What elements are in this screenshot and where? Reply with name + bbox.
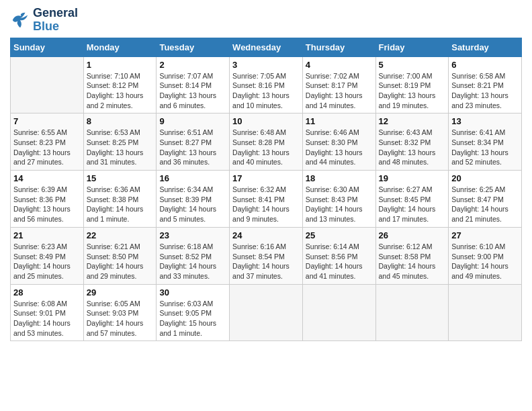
calendar-cell: 5Sunrise: 7:00 AMSunset: 8:19 PMDaylight… <box>375 56 449 113</box>
day-detail: Sunrise: 6:46 AMSunset: 8:30 PMDaylight:… <box>306 128 373 167</box>
day-detail: Sunrise: 6:36 AMSunset: 8:38 PMDaylight:… <box>87 185 154 224</box>
calendar-cell: 4Sunrise: 7:02 AMSunset: 8:17 PMDaylight… <box>302 56 375 113</box>
calendar-cell <box>449 284 522 341</box>
calendar-cell: 23Sunrise: 6:18 AMSunset: 8:52 PMDayligh… <box>157 227 230 284</box>
day-number: 4 <box>306 60 373 70</box>
calendar-cell: 17Sunrise: 6:32 AMSunset: 8:41 PMDayligh… <box>230 171 303 228</box>
day-number: 18 <box>306 173 373 183</box>
day-detail: Sunrise: 6:18 AMSunset: 8:52 PMDaylight:… <box>159 242 226 281</box>
calendar-cell: 13Sunrise: 6:41 AMSunset: 8:34 PMDayligh… <box>449 113 522 171</box>
day-detail: Sunrise: 6:12 AMSunset: 8:58 PMDaylight:… <box>379 242 446 281</box>
day-number: 16 <box>159 173 226 183</box>
page-header: General Blue <box>10 7 522 34</box>
calendar-cell: 8Sunrise: 6:53 AMSunset: 8:25 PMDaylight… <box>83 113 157 171</box>
day-number: 7 <box>13 116 81 126</box>
day-number: 21 <box>13 230 81 240</box>
day-number: 12 <box>379 116 446 126</box>
weekday-header-friday: Friday <box>375 38 449 56</box>
day-number: 13 <box>451 116 519 126</box>
weekday-header-monday: Monday <box>83 38 157 56</box>
calendar-cell: 12Sunrise: 6:43 AMSunset: 8:32 PMDayligh… <box>375 113 449 171</box>
day-number: 17 <box>232 173 300 183</box>
day-detail: Sunrise: 6:05 AMSunset: 9:03 PMDaylight:… <box>87 299 154 338</box>
calendar-cell: 25Sunrise: 6:14 AMSunset: 8:56 PMDayligh… <box>302 227 375 284</box>
calendar-cell: 26Sunrise: 6:12 AMSunset: 8:58 PMDayligh… <box>375 227 449 284</box>
day-number: 20 <box>451 173 519 183</box>
calendar-week-row: 28Sunrise: 6:08 AMSunset: 9:01 PMDayligh… <box>11 284 522 341</box>
calendar-cell: 7Sunrise: 6:55 AMSunset: 8:23 PMDaylight… <box>11 113 84 171</box>
day-detail: Sunrise: 6:08 AMSunset: 9:01 PMDaylight:… <box>13 299 81 338</box>
weekday-header-thursday: Thursday <box>302 38 375 56</box>
day-detail: Sunrise: 6:55 AMSunset: 8:23 PMDaylight:… <box>13 128 81 167</box>
weekday-header-row: SundayMondayTuesdayWednesdayThursdayFrid… <box>11 38 522 56</box>
day-detail: Sunrise: 6:34 AMSunset: 8:39 PMDaylight:… <box>159 185 226 224</box>
calendar-cell: 19Sunrise: 6:27 AMSunset: 8:45 PMDayligh… <box>375 171 449 228</box>
day-detail: Sunrise: 6:03 AMSunset: 9:05 PMDaylight:… <box>159 299 226 338</box>
day-number: 28 <box>13 287 81 298</box>
calendar-cell: 2Sunrise: 7:07 AMSunset: 8:14 PMDaylight… <box>157 56 230 113</box>
weekday-header-sunday: Sunday <box>11 38 84 56</box>
calendar-cell: 15Sunrise: 6:36 AMSunset: 8:38 PMDayligh… <box>83 171 157 228</box>
calendar-cell <box>230 284 303 341</box>
calendar-cell: 29Sunrise: 6:05 AMSunset: 9:03 PMDayligh… <box>83 284 157 341</box>
weekday-header-tuesday: Tuesday <box>157 38 230 56</box>
day-detail: Sunrise: 6:30 AMSunset: 8:43 PMDaylight:… <box>306 185 373 224</box>
day-number: 19 <box>379 173 446 183</box>
calendar-cell: 14Sunrise: 6:39 AMSunset: 8:36 PMDayligh… <box>11 171 84 228</box>
day-number: 25 <box>306 230 373 240</box>
day-detail: Sunrise: 7:00 AMSunset: 8:19 PMDaylight:… <box>379 71 446 111</box>
calendar-cell: 9Sunrise: 6:51 AMSunset: 8:27 PMDaylight… <box>157 113 230 171</box>
calendar-cell: 21Sunrise: 6:23 AMSunset: 8:49 PMDayligh… <box>11 227 84 284</box>
day-number: 3 <box>232 60 300 70</box>
day-detail: Sunrise: 7:07 AMSunset: 8:14 PMDaylight:… <box>159 71 226 111</box>
calendar-cell: 3Sunrise: 7:05 AMSunset: 8:16 PMDaylight… <box>230 56 303 113</box>
day-detail: Sunrise: 6:53 AMSunset: 8:25 PMDaylight:… <box>87 128 154 167</box>
day-number: 2 <box>159 60 226 70</box>
logo: General Blue <box>10 7 78 34</box>
day-number: 27 <box>451 230 519 240</box>
day-detail: Sunrise: 7:02 AMSunset: 8:17 PMDaylight:… <box>306 71 373 111</box>
day-number: 5 <box>379 60 446 70</box>
logo-bird-icon <box>10 10 30 30</box>
day-detail: Sunrise: 6:51 AMSunset: 8:27 PMDaylight:… <box>159 128 226 167</box>
day-number: 8 <box>87 116 154 126</box>
calendar-cell: 1Sunrise: 7:10 AMSunset: 8:12 PMDaylight… <box>83 56 157 113</box>
calendar-cell <box>11 56 84 113</box>
calendar-week-row: 14Sunrise: 6:39 AMSunset: 8:36 PMDayligh… <box>11 171 522 228</box>
day-number: 14 <box>13 173 81 183</box>
day-detail: Sunrise: 6:27 AMSunset: 8:45 PMDaylight:… <box>379 185 446 224</box>
day-detail: Sunrise: 7:05 AMSunset: 8:16 PMDaylight:… <box>232 71 300 111</box>
day-number: 9 <box>159 116 226 126</box>
calendar-cell: 18Sunrise: 6:30 AMSunset: 8:43 PMDayligh… <box>302 171 375 228</box>
calendar-cell: 10Sunrise: 6:48 AMSunset: 8:28 PMDayligh… <box>230 113 303 171</box>
day-detail: Sunrise: 6:32 AMSunset: 8:41 PMDaylight:… <box>232 185 300 224</box>
day-detail: Sunrise: 6:16 AMSunset: 8:54 PMDaylight:… <box>232 242 300 281</box>
calendar-cell: 27Sunrise: 6:10 AMSunset: 9:00 PMDayligh… <box>449 227 522 284</box>
day-number: 26 <box>379 230 446 240</box>
weekday-header-wednesday: Wednesday <box>230 38 303 56</box>
day-number: 22 <box>87 230 154 240</box>
calendar-week-row: 21Sunrise: 6:23 AMSunset: 8:49 PMDayligh… <box>11 227 522 284</box>
calendar-cell <box>375 284 449 341</box>
calendar-cell: 16Sunrise: 6:34 AMSunset: 8:39 PMDayligh… <box>157 171 230 228</box>
day-detail: Sunrise: 7:10 AMSunset: 8:12 PMDaylight:… <box>87 71 154 111</box>
day-number: 1 <box>87 60 154 70</box>
day-detail: Sunrise: 6:43 AMSunset: 8:32 PMDaylight:… <box>379 128 446 167</box>
day-detail: Sunrise: 6:58 AMSunset: 8:21 PMDaylight:… <box>451 71 519 111</box>
calendar-cell: 20Sunrise: 6:25 AMSunset: 8:47 PMDayligh… <box>449 171 522 228</box>
day-number: 23 <box>159 230 226 240</box>
day-detail: Sunrise: 6:21 AMSunset: 8:50 PMDaylight:… <box>87 242 154 281</box>
day-detail: Sunrise: 6:23 AMSunset: 8:49 PMDaylight:… <box>13 242 81 281</box>
day-detail: Sunrise: 6:48 AMSunset: 8:28 PMDaylight:… <box>232 128 300 167</box>
calendar-cell: 6Sunrise: 6:58 AMSunset: 8:21 PMDaylight… <box>449 56 522 113</box>
calendar-cell: 11Sunrise: 6:46 AMSunset: 8:30 PMDayligh… <box>302 113 375 171</box>
calendar-week-row: 1Sunrise: 7:10 AMSunset: 8:12 PMDaylight… <box>11 56 522 113</box>
calendar-cell: 24Sunrise: 6:16 AMSunset: 8:54 PMDayligh… <box>230 227 303 284</box>
day-number: 24 <box>232 230 300 240</box>
day-detail: Sunrise: 6:41 AMSunset: 8:34 PMDaylight:… <box>451 128 519 167</box>
day-detail: Sunrise: 6:25 AMSunset: 8:47 PMDaylight:… <box>451 185 519 224</box>
day-detail: Sunrise: 6:39 AMSunset: 8:36 PMDaylight:… <box>13 185 81 224</box>
logo-text: General Blue <box>33 7 78 34</box>
day-number: 29 <box>87 287 154 298</box>
day-number: 6 <box>451 60 519 70</box>
